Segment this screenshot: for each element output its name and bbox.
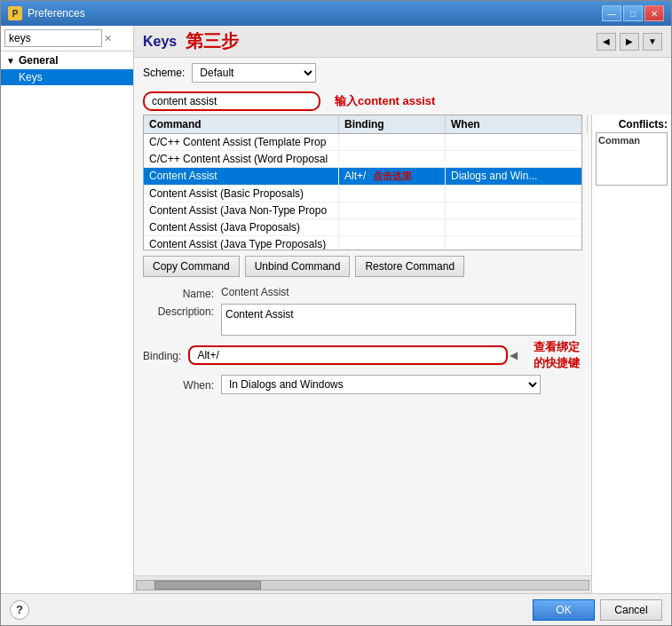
table-row[interactable]: Content Assist (Java Proposals) Edit bbox=[144, 219, 581, 236]
cell-binding bbox=[339, 202, 446, 218]
cancel-button[interactable]: Cancel bbox=[600, 599, 662, 621]
table-row[interactable]: Content Assist (Java Type Proposals) Edi… bbox=[144, 236, 581, 250]
step-annotation: 第三步 bbox=[186, 29, 239, 53]
name-row: Name: Content Assist bbox=[143, 286, 582, 300]
binding-input[interactable] bbox=[188, 345, 508, 365]
cell-command: Content Assist (Java Type Proposals) bbox=[144, 236, 339, 250]
conflicts-col-header: Comman bbox=[598, 135, 665, 146]
cell-command: Content Assist bbox=[144, 168, 339, 185]
close-button[interactable]: ✕ bbox=[644, 5, 664, 21]
table-body: C/C++ Content Assist (Template Prop Edit… bbox=[144, 134, 581, 250]
binding-annotation: 查看绑定的快捷键 bbox=[534, 339, 582, 371]
cell-when: Dialogs and Win... bbox=[446, 168, 581, 185]
horizontal-scrollbar-area bbox=[134, 575, 591, 593]
cell-binding bbox=[339, 151, 446, 167]
conflicts-box: Comman bbox=[596, 132, 668, 186]
action-buttons-row: Copy Command Unbind Command Restore Comm… bbox=[134, 250, 591, 282]
center-panel: Command Binding When Category C/C++ Cont… bbox=[134, 115, 591, 593]
conflicts-panel: Conflicts: Comman bbox=[591, 115, 671, 593]
sidebar-general-label: General bbox=[19, 54, 59, 67]
main-panel: Keys 第三步 ◀ ▶ ▼ Scheme: Default 输入con bbox=[134, 26, 671, 593]
bottom-bar: ? OK Cancel bbox=[1, 593, 671, 625]
page-title: Keys bbox=[143, 34, 177, 50]
name-value: Content Assist bbox=[221, 286, 289, 298]
when-select[interactable]: In Dialogs and Windows In Windows bbox=[221, 375, 541, 394]
nav-dropdown-button[interactable]: ▼ bbox=[643, 33, 662, 51]
header-title-row: Keys 第三步 bbox=[143, 29, 239, 53]
description-box: Content Assist bbox=[221, 304, 576, 336]
sidebar: ✕ ▼ General Keys bbox=[1, 26, 134, 593]
window-title: Preferences bbox=[28, 7, 602, 20]
content-area: ✕ ▼ General Keys Keys 第三步 ◀ ▶ ▼ bbox=[1, 26, 671, 593]
cell-command: Content Assist (Basic Proposals) bbox=[144, 186, 339, 202]
title-bar: P Preferences — □ ✕ bbox=[1, 1, 671, 26]
header-nav: ◀ ▶ ▼ bbox=[597, 33, 662, 51]
expand-arrow-icon: ▼ bbox=[6, 56, 15, 66]
scheme-row: Scheme: Default bbox=[134, 58, 671, 88]
name-label: Name: bbox=[143, 286, 214, 300]
sidebar-search-input[interactable] bbox=[4, 29, 102, 47]
unbind-command-button[interactable]: Unbind Command bbox=[245, 256, 351, 277]
cell-when bbox=[446, 151, 581, 167]
search-area: 输入content assist bbox=[134, 88, 671, 115]
col-command: Command bbox=[144, 115, 339, 133]
table-row[interactable]: Content Assist (Java Non-Type Propo Edit bbox=[144, 202, 581, 219]
cell-binding: Alt+/ 点击这里 bbox=[339, 168, 446, 185]
horizontal-scrollbar[interactable] bbox=[136, 580, 589, 590]
sidebar-search-clear[interactable]: ✕ bbox=[104, 33, 112, 44]
binding-row: Binding: ◀ 查看绑定的快捷键 bbox=[143, 339, 582, 371]
bottom-buttons: OK Cancel bbox=[533, 599, 662, 621]
preferences-window: P Preferences — □ ✕ ✕ ▼ General Keys bbox=[0, 0, 672, 626]
table-row[interactable]: C/C++ Content Assist (Word Proposal Edit bbox=[144, 151, 581, 168]
cell-binding bbox=[339, 186, 446, 202]
when-row: When: In Dialogs and Windows In Windows bbox=[143, 375, 582, 394]
desc-label: Description: bbox=[143, 304, 214, 318]
cell-command: C/C++ Content Assist (Template Prop bbox=[144, 134, 339, 150]
cell-when bbox=[446, 219, 581, 235]
table-row[interactable]: Content Assist (Basic Proposals) Edit bbox=[144, 186, 581, 202]
binding-input-wrapper: ◀ bbox=[188, 345, 518, 365]
scheme-select[interactable]: Default bbox=[192, 63, 316, 83]
nav-back-button[interactable]: ◀ bbox=[597, 33, 616, 51]
cell-when bbox=[446, 236, 581, 250]
description-row: Description: Content Assist bbox=[143, 304, 582, 336]
cell-binding bbox=[339, 219, 446, 235]
details-section: Name: Content Assist Description: Conten… bbox=[134, 282, 591, 575]
sidebar-search-box: ✕ bbox=[1, 26, 133, 52]
conflicts-label: Conflicts: bbox=[596, 118, 668, 131]
cell-command: C/C++ Content Assist (Word Proposal bbox=[144, 151, 339, 167]
help-button[interactable]: ? bbox=[10, 600, 29, 620]
sidebar-keys-label: Keys bbox=[19, 71, 43, 83]
cell-binding bbox=[339, 134, 446, 150]
maximize-button[interactable]: □ bbox=[623, 5, 643, 21]
cell-when bbox=[446, 134, 581, 150]
cell-when bbox=[446, 202, 581, 218]
ok-button[interactable]: OK bbox=[533, 599, 595, 621]
title-bar-buttons: — □ ✕ bbox=[602, 5, 664, 21]
commands-table: Command Binding When Category C/C++ Cont… bbox=[143, 115, 582, 250]
click-annotation-label: 点击这里 bbox=[373, 170, 412, 181]
content-search-input[interactable] bbox=[143, 91, 320, 111]
restore-command-button[interactable]: Restore Command bbox=[355, 256, 464, 277]
minimize-button[interactable]: — bbox=[602, 5, 621, 21]
scheme-label: Scheme: bbox=[143, 67, 185, 79]
cell-binding bbox=[339, 236, 446, 250]
copy-command-button[interactable]: Copy Command bbox=[143, 256, 240, 277]
nav-forward-button[interactable]: ▶ bbox=[620, 33, 639, 51]
window-icon: P bbox=[8, 6, 22, 20]
main-header: Keys 第三步 ◀ ▶ ▼ bbox=[134, 26, 671, 58]
col-when: When bbox=[446, 115, 588, 133]
sidebar-item-keys[interactable]: Keys bbox=[1, 69, 133, 85]
table-header: Command Binding When Category bbox=[144, 115, 581, 134]
sidebar-item-general[interactable]: ▼ General bbox=[1, 52, 133, 69]
main-body: Command Binding When Category C/C++ Cont… bbox=[134, 115, 671, 593]
table-row-selected[interactable]: Content Assist Alt+/ 点击这里 Dialogs and Wi… bbox=[144, 168, 581, 186]
binding-label: Binding: bbox=[143, 348, 181, 362]
table-row[interactable]: C/C++ Content Assist (Template Prop Edit bbox=[144, 134, 581, 151]
when-label: When: bbox=[143, 377, 214, 392]
search-annotation: 输入content assist bbox=[335, 93, 435, 109]
cell-command: Content Assist (Java Non-Type Propo bbox=[144, 202, 339, 218]
col-binding: Binding bbox=[339, 115, 446, 133]
binding-arrow-icon: ◀ bbox=[510, 349, 518, 361]
cell-when bbox=[446, 186, 581, 202]
